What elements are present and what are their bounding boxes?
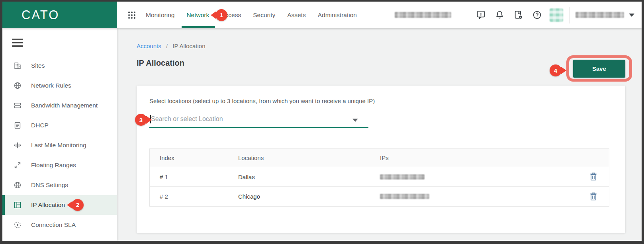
sidebar-item-dns-settings[interactable]: DNS Settings [2,175,117,195]
diagonal-arrows-icon [13,160,22,170]
sidebar-item-network-rules[interactable]: Network Rules [2,76,117,96]
sidebar-item-sites[interactable]: Sites [2,56,117,76]
table-row: # 2 Chicago [150,187,609,206]
sidebar-menu: Sites Network Rules Bandwidth Management [2,56,117,235]
row-location: Chicago [238,193,380,200]
avatar[interactable] [550,8,563,22]
sidebar-item-label: IP Allocation [31,201,65,209]
page-title: IP Allocation [137,59,184,68]
row-ip-redacted [380,194,578,199]
sidebar-item-label: Floating Ranges [31,162,76,169]
tab-security[interactable]: Security [253,2,275,28]
cato-logo-text: CATO [22,8,59,22]
user-menu[interactable] [570,12,634,18]
notifications-bell-icon [495,10,505,20]
top-bar: CATO Monitoring Network 1 Access [2,2,642,28]
waveform-icon [13,141,22,150]
row-location: Dallas [238,174,380,180]
table-header-row: Index Locations IPs [150,149,609,167]
sidebar-item-label: Sites [31,62,45,69]
trash-icon [589,172,598,182]
main-nav: Monitoring Network 1 Access Security Ass… [117,2,642,28]
sidebar-item-label: Connection SLA [31,221,76,228]
breadcrumb-accounts-link[interactable]: Accounts [137,43,161,49]
nav-tabs: Monitoring Network 1 Access Security Ass… [146,2,369,28]
breadcrumb-current: IP Allocation [172,43,205,49]
tab-assets[interactable]: Assets [287,2,306,28]
help-button[interactable] [531,9,543,21]
breadcrumb: Accounts / IP Allocation [137,43,206,49]
column-header-locations: Locations [238,154,380,161]
table-grid-icon [13,200,22,210]
top-bar-right [395,7,642,23]
user-name-redacted [575,12,624,18]
release-notes-icon [513,10,523,20]
help-icon [532,10,542,20]
column-header-ips: IPs [380,154,578,161]
dashed-circle-target-icon [13,220,22,230]
column-header-index: Index [150,154,238,161]
location-select-field [149,113,368,128]
location-search-input[interactable] [149,113,368,128]
apps-grid-icon [128,11,136,19]
feedback-button[interactable] [475,9,487,21]
delete-row-button[interactable] [587,190,600,203]
cato-logo[interactable]: CATO [2,2,117,28]
dropdown-arrow-icon[interactable] [352,119,358,122]
sidebar-item-label: Network Rules [31,82,71,89]
document-lines-icon [13,121,22,130]
save-button[interactable]: Save [573,60,625,78]
hamburger-menu-button[interactable] [12,39,23,47]
row-index: # 2 [150,193,238,200]
sidebar-item-connection-sla[interactable]: Connection SLA [2,215,117,235]
locations-table: Index Locations IPs # 1 Dallas [149,148,609,207]
delete-row-button[interactable] [587,170,600,183]
row-ip-redacted [380,174,578,180]
main-content: Accounts / IP Allocation IP Allocation S… [117,28,642,241]
tab-monitoring[interactable]: Monitoring [146,2,174,28]
notifications-button[interactable] [493,9,505,21]
annotation-badge-1: 1 [215,9,227,21]
annotation-badge-4: 4 [550,64,562,76]
bandwidth-stack-icon [13,101,22,110]
breadcrumb-separator: / [166,43,168,49]
row-index: # 1 [150,174,238,180]
save-annotation-highlight: Save [566,55,632,82]
sidebar-item-label: Last Mile Monitoring [31,142,86,149]
tab-network[interactable]: Network 1 [186,2,209,28]
annotation-badge-2: 2 [72,199,84,211]
sidebar-item-label: DNS Settings [31,182,68,189]
tab-administration[interactable]: Administration [318,2,357,28]
apps-grid-button[interactable] [125,8,139,22]
screenshot-frame: CATO Monitoring Network 1 Access [0,0,644,244]
feedback-alert-icon [476,10,486,20]
sidebar-item-dhcp[interactable]: DHCP [2,115,117,135]
globe-icon [13,180,22,190]
sidebar-item-label: Bandwidth Management [31,102,98,109]
sidebar-item-last-mile-monitoring[interactable]: Last Mile Monitoring [2,135,117,155]
annotation-badge-3: 3 [135,114,147,126]
sidebar-item-floating-ranges[interactable]: Floating Ranges [2,155,117,175]
sidebar-item-ip-allocation[interactable]: IP Allocation 2 [2,195,117,215]
sites-building-icon [13,61,22,70]
ip-allocation-card: Select locations (select up to 3 locatio… [137,86,625,233]
select-locations-instruction: Select locations (select up to 3 locatio… [149,98,375,104]
release-notes-button[interactable] [512,9,524,21]
sidebar-item-label: DHCP [31,122,49,129]
table-row: # 1 Dallas [150,167,609,187]
sidebar-item-bandwidth-management[interactable]: Bandwidth Management [2,96,117,115]
workspace-label-redacted [395,12,451,18]
sidebar: Sites Network Rules Bandwidth Management [2,28,117,241]
caret-down-icon [629,14,634,17]
globe-icon [13,81,22,90]
trash-icon [589,192,598,201]
app-window: CATO Monitoring Network 1 Access [2,2,642,241]
